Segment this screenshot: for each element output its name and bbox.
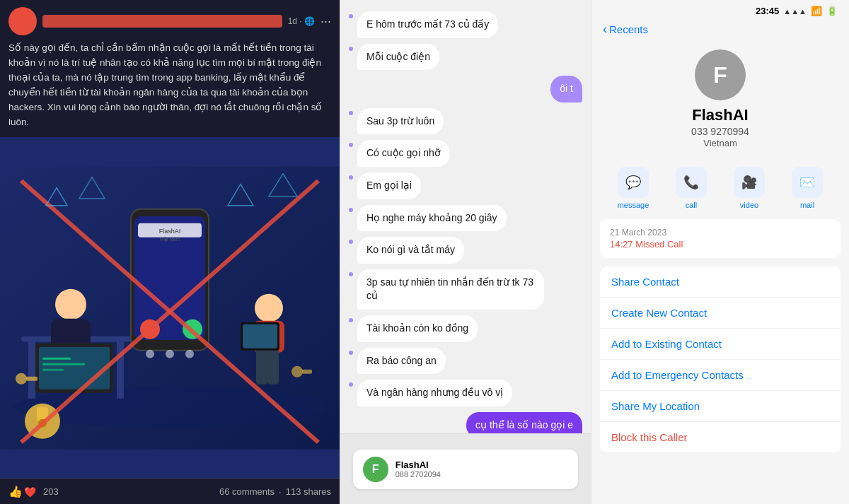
wifi-icon: 📶 [811,6,822,16]
call-icon: 📞 [676,167,707,198]
facebook-panel: 1d · 🌐 ··· Số này gọi đến, ta chỉ cần bấ… [0,0,340,504]
chat-message-row: Ko nói gì và tắt máy [349,237,582,264]
message-indicator [349,143,353,147]
fb-post-image: FlashAI Việt Nam [0,137,340,479]
action-mail[interactable]: ✉️ mail [785,167,830,209]
message-indicator [349,351,353,355]
back-chevron-icon: ‹ [603,22,607,37]
ios-statusbar: 23:45 ▲▲▲ 📶 🔋 [591,0,849,19]
svg-rect-10 [42,363,85,365]
status-time: 23:45 [756,6,779,16]
chat-panel: E hôm trước mất 73 củ đấyMỗi cuộc điệnôi… [340,0,591,504]
ios-nav-bar: ‹ Recents [591,19,849,42]
fb-avatar [8,7,37,35]
svg-point-27 [166,349,174,358]
chat-message-row: Và ngân hàng nhưng đều vô vị [349,380,582,406]
battery-icon: 🔋 [826,6,838,16]
message-bubble-left: Có cuộc gọi nhỡ [357,140,450,167]
chat-message-row: Mỗi cuộc điện [349,44,582,71]
contact-country: Vietnam [703,138,737,148]
call-status: 14:27 Missed Call [610,239,831,250]
action-mail-label: mail [800,201,814,209]
message-indicator [349,318,353,322]
action-call-label: call [686,201,698,209]
contact-action-buttons: 💬 message 📞 call 🎥 video ✉️ mail [591,160,849,219]
action-video-label: video [740,201,758,209]
svg-point-26 [146,349,154,358]
video-icon: 🎥 [734,167,765,198]
svg-point-17 [291,365,303,377]
share-location-option[interactable]: Share My Location [600,391,841,422]
svg-point-15 [16,373,27,384]
message-indicator [349,240,353,244]
chat-message-row: Sau 3p trừ luôn [349,108,582,135]
call-history-section: 21 March 2023 14:27 Missed Call [600,219,841,258]
back-label: Recents [609,23,648,35]
signal-icon: ▲▲▲ [783,7,807,16]
message-bubble-left: 3p sau tự nhiên tin nhắn đến trừ tk 73 c… [357,269,544,310]
svg-point-31 [255,293,283,322]
message-bubble-left: Họ nghe máy khoảng 20 giây [357,205,507,232]
message-bubble-left: Ko nói gì và tắt máy [357,237,464,264]
chat-message-row: Có cuộc gọi nhỡ [349,140,582,167]
reaction-icons: 👍 ❤️ [8,485,36,498]
heart-icon: ❤️ [24,486,36,498]
contact-panel: 23:45 ▲▲▲ 📶 🔋 ‹ Recents F FlashAI 033 92… [591,0,849,504]
message-bubble-left: E hôm trước mất 73 củ đấy [357,11,498,38]
comments-count: 66 comments [219,486,275,497]
chat-preview-area: F FlashAI 088 2702094 [340,433,591,504]
message-indicator [349,208,353,212]
svg-rect-11 [42,368,64,370]
action-message[interactable]: 💬 message [611,167,656,209]
add-emergency-contact-option[interactable]: Add to Emergency Contacts [600,360,841,391]
svg-point-28 [185,349,194,358]
call-date: 21 March 2023 [610,228,831,238]
svg-text:FlashAI: FlashAI [159,227,181,234]
contact-options-list: Share Contact Create New Contact Add to … [600,266,841,452]
preview-avatar: F [363,457,388,482]
create-new-contact-option[interactable]: Create New Contact [600,298,841,329]
action-call[interactable]: 📞 call [669,167,714,209]
block-caller-option[interactable]: Block this Caller [600,422,841,452]
chat-message-row: Họ nghe máy khoảng 20 giây [349,205,582,232]
contact-name: FlashAI [692,106,748,124]
svg-rect-36 [243,324,277,348]
chat-message-row: 3p sau tự nhiên tin nhắn đến trừ tk 73 c… [349,269,582,310]
message-bubble-right: ôi t [550,76,582,102]
svg-rect-8 [39,346,110,389]
action-message-label: message [618,201,649,209]
fb-more-options[interactable]: ··· [320,14,331,29]
contact-header: F FlashAI 033 9270994 Vietnam [591,42,849,160]
fb-post-time: 1d · 🌐 [288,16,315,26]
back-button[interactable]: ‹ Recents [603,22,838,37]
svg-rect-33 [256,348,267,384]
contact-preview-card: F FlashAI 088 2702094 [353,450,579,489]
message-bubble-left: Sau 3p trừ luôn [357,108,444,135]
svg-rect-34 [267,348,279,384]
message-indicator [349,14,353,18]
action-video[interactable]: 🎥 video [727,167,772,209]
message-bubble-left: Em gọi lại [357,172,421,199]
contact-phone: 033 9270994 [691,126,749,137]
message-icon: 💬 [618,167,649,198]
chat-message-row: E hôm trước mất 73 củ đấy [349,11,582,38]
svg-point-5 [55,288,86,320]
like-icon: 👍 [8,485,23,498]
preview-info: FlashAI 088 2702094 [395,459,441,479]
message-indicator [349,111,353,115]
chat-message-row: Tài khoản còn ko đồng [349,315,582,342]
svg-rect-16 [26,376,37,380]
svg-rect-9 [42,357,71,359]
message-bubble-left: Ra báo công an [357,348,446,375]
shares-count: 113 shares [286,486,331,497]
message-indicator [349,382,353,387]
fb-post-footer: 👍 ❤️ 203 66 comments · 113 shares [0,479,340,504]
message-bubble-left: Tài khoản còn ko đồng [357,315,478,342]
share-contact-option[interactable]: Share Contact [600,266,841,298]
add-existing-contact-option[interactable]: Add to Existing Contact [600,329,841,360]
message-indicator [349,175,353,180]
preview-contact-name: FlashAI [395,459,441,470]
message-bubble-left: Mỗi cuộc điện [357,44,439,71]
chat-messages-list: E hôm trước mất 73 củ đấyMỗi cuộc điệnôi… [340,0,591,433]
preview-contact-phone: 088 2702094 [395,470,441,479]
